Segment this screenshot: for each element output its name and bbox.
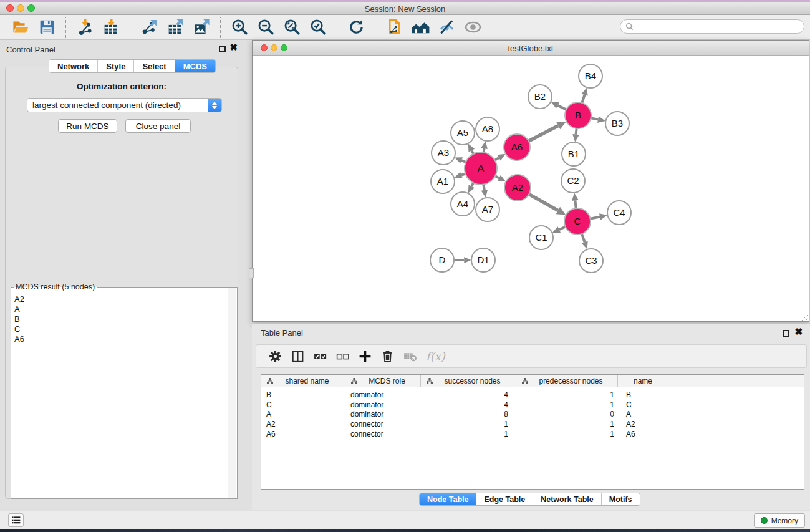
table-cell[interactable]: A6 xyxy=(261,430,345,438)
graph-node-B4[interactable]: B4 xyxy=(579,64,602,88)
zoom-selected-icon[interactable] xyxy=(309,18,327,37)
table-cell[interactable]: A2 xyxy=(261,420,345,428)
hide-graphics-details-icon[interactable] xyxy=(437,18,456,37)
edge-A-A7[interactable] xyxy=(481,183,488,198)
table-cell[interactable]: 1 xyxy=(516,400,618,409)
search-box[interactable] xyxy=(620,19,804,34)
graph-node-A6[interactable]: A6 xyxy=(504,134,530,160)
open-file-icon[interactable] xyxy=(11,18,30,37)
tab-network[interactable]: Network xyxy=(49,60,98,72)
graph-node-C3[interactable]: C3 xyxy=(579,249,603,273)
select-all-checkboxes-icon[interactable] xyxy=(312,348,328,364)
run-mcds-button[interactable]: Run MCDS xyxy=(58,119,117,133)
column-header-shared-name[interactable]: shared name xyxy=(261,375,345,387)
table-cell[interactable]: A6 xyxy=(618,430,672,438)
deselect-all-checkboxes-icon[interactable] xyxy=(334,348,350,364)
close-panel-button[interactable]: Close panel xyxy=(125,119,191,133)
search-input[interactable] xyxy=(637,21,804,32)
column-header-MCDS-role[interactable]: MCDS role xyxy=(345,375,421,387)
table-row[interactable]: Adominator80A xyxy=(261,409,804,419)
table-cell[interactable]: connector xyxy=(345,430,421,438)
export-network-icon[interactable] xyxy=(140,18,158,37)
function-builder-icon[interactable]: f(x) xyxy=(426,350,445,363)
table-cell[interactable]: 4 xyxy=(421,400,516,409)
graph-node-D[interactable]: D xyxy=(430,248,454,272)
edge-A-A6[interactable] xyxy=(494,154,506,161)
zoom-in-icon[interactable] xyxy=(230,18,249,37)
edge-A2-C[interactable] xyxy=(528,193,566,215)
graph-node-B[interactable]: B xyxy=(565,102,591,128)
table-cell[interactable]: 1 xyxy=(516,390,618,399)
graph-node-A7[interactable]: A7 xyxy=(476,198,499,221)
table-panel-close-icon[interactable]: ✖ xyxy=(794,327,803,337)
tab-motifs[interactable]: Motifs xyxy=(602,493,640,505)
graph-node-A2[interactable]: A2 xyxy=(504,175,531,201)
delete-column-icon[interactable] xyxy=(379,348,395,364)
table-cell[interactable]: A xyxy=(618,410,672,418)
edge-B-B1[interactable] xyxy=(572,127,579,142)
table-cell[interactable]: 1 xyxy=(421,420,516,428)
zoom-out-icon[interactable] xyxy=(256,18,275,37)
table-cell[interactable]: 1 xyxy=(421,430,516,438)
edge-A6-B[interactable] xyxy=(528,122,566,142)
tab-select[interactable]: Select xyxy=(134,60,175,72)
tab-mcds[interactable]: MCDS xyxy=(175,60,215,72)
table-cell[interactable]: 1 xyxy=(516,420,618,428)
table-cell[interactable]: A2 xyxy=(618,420,672,428)
table-row[interactable]: A6connector11A6 xyxy=(261,429,804,439)
clone-network-icon[interactable] xyxy=(385,18,403,37)
table-cell[interactable]: 0 xyxy=(516,410,618,418)
graph-node-A1[interactable]: A1 xyxy=(431,170,455,193)
graph-node-A[interactable]: A xyxy=(465,152,497,185)
refresh-icon[interactable] xyxy=(347,18,365,37)
add-column-icon[interactable] xyxy=(357,348,373,364)
zoom-fit-icon[interactable] xyxy=(282,18,301,37)
table-cell[interactable]: C xyxy=(261,400,345,409)
optimization-criterion-select[interactable]: largest connected component (directed) xyxy=(27,98,222,112)
graph-node-A8[interactable]: A8 xyxy=(476,117,499,141)
graph-node-C4[interactable]: C4 xyxy=(607,201,631,225)
edge-B-B3[interactable] xyxy=(590,116,605,123)
control-panel-close-icon[interactable]: ✖ xyxy=(229,42,238,52)
tab-network-table[interactable]: Network Table xyxy=(533,493,602,505)
edge-C-C3[interactable] xyxy=(581,233,587,249)
column-header-predecessor-nodes[interactable]: predecessor nodes xyxy=(516,375,618,387)
table-row[interactable]: Cdominator41C xyxy=(261,400,804,410)
column-header-successor-nodes[interactable]: successor nodes xyxy=(421,375,516,387)
table-cell[interactable]: 4 xyxy=(421,390,516,399)
settings-gear-icon[interactable] xyxy=(267,348,283,364)
graph-node-B3[interactable]: B3 xyxy=(605,112,629,135)
graph-node-D1[interactable]: D1 xyxy=(471,248,495,272)
save-session-icon[interactable] xyxy=(37,18,56,37)
table-cell[interactable]: 1 xyxy=(516,430,618,438)
edge-C-C4[interactable] xyxy=(589,213,607,220)
table-cell[interactable]: dominator xyxy=(345,390,421,399)
graph-node-A3[interactable]: A3 xyxy=(432,141,455,165)
graph-node-B1[interactable]: B1 xyxy=(562,142,586,166)
tab-node-table[interactable]: Node Table xyxy=(420,493,476,505)
table-cell[interactable]: dominator xyxy=(345,400,421,409)
edge-B-B4[interactable] xyxy=(581,88,587,104)
import-table-icon[interactable] xyxy=(102,18,120,37)
table-cell[interactable]: 8 xyxy=(421,410,516,418)
network-canvas[interactable]: AA1A2A3A4A5A6A7A8BB1B2B3B4CC1C2C3C4DD1 xyxy=(253,56,809,321)
graph-node-C[interactable]: C xyxy=(564,208,591,235)
network-window-titlebar[interactable]: testGlobe.txt xyxy=(253,41,809,56)
table-cell[interactable]: C xyxy=(618,400,672,409)
show-columns-icon[interactable] xyxy=(289,348,306,364)
table-cell[interactable]: B xyxy=(618,390,672,399)
mcds-result-scrollbar[interactable] xyxy=(228,288,236,498)
edge-C-C1[interactable] xyxy=(552,226,567,233)
table-cell[interactable]: B xyxy=(261,390,345,399)
tab-style[interactable]: Style xyxy=(98,60,134,72)
import-network-icon[interactable] xyxy=(75,18,94,37)
table-cell[interactable]: dominator xyxy=(345,410,421,418)
graph-node-A5[interactable]: A5 xyxy=(451,121,475,145)
table-panel-float-icon[interactable] xyxy=(783,330,789,337)
export-table-icon[interactable] xyxy=(166,18,185,37)
column-header-name[interactable]: name xyxy=(618,375,672,387)
tab-edge-table[interactable]: Edge Table xyxy=(476,493,533,505)
panel-splitter-handle[interactable] xyxy=(249,268,254,278)
edge-C-C2[interactable] xyxy=(572,193,579,210)
graph-node-C2[interactable]: C2 xyxy=(561,169,585,193)
